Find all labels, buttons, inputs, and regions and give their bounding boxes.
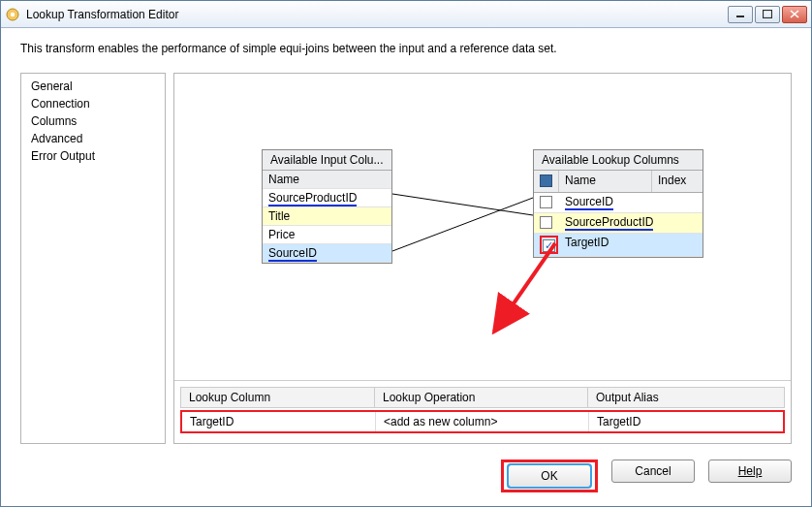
mapping-header-lookup: Lookup Column [180,387,374,408]
description-text: This transform enables the performance o… [1,28,811,73]
cancel-button[interactable]: Cancel [611,459,695,483]
svg-point-1 [11,12,15,16]
lookup-row-sourceid[interactable]: SourceID [534,193,703,213]
lookup-header-name: Name [559,171,652,192]
sidebar-item-error-output[interactable]: Error Output [21,147,165,165]
checkbox-sourceid[interactable] [540,196,552,208]
select-all-checkbox[interactable] [540,174,552,187]
lookup-header-index: Index [652,171,703,192]
sidebar: General Connection Columns Advanced Erro… [20,73,166,444]
ok-highlight: OK [501,459,598,492]
lookup-columns-box[interactable]: Available Lookup Columns Name Index Sour… [533,149,703,258]
svg-rect-2 [736,16,744,17]
app-icon [5,7,20,22]
checkbox-sourceproductid[interactable] [540,216,552,229]
sidebar-item-advanced[interactable]: Advanced [21,130,165,147]
input-columns-title: Available Input Colu... [263,150,391,171]
input-row-sourceid[interactable]: SourceID [263,244,391,263]
close-button[interactable] [782,6,807,23]
svg-line-4 [392,194,533,215]
mapping-header-alias: Output Alias [587,387,785,408]
dialog-footer: OK Cancel Help [1,452,811,506]
lookup-editor-window: Lookup Transformation Editor This transf… [0,0,812,507]
checkbox-targetid[interactable] [543,239,555,252]
sidebar-item-columns[interactable]: Columns [21,112,165,130]
window-buttons [728,6,807,23]
lookup-columns-title: Available Lookup Columns [534,150,703,171]
mapping-row-targetid[interactable]: TargetID <add as new column> TargetID [180,410,785,433]
mapping-cell-op[interactable]: <add as new column> [376,412,589,431]
sidebar-item-connection[interactable]: Connection [21,95,165,112]
mapping-canvas: Available Input Colu... Name SourceProdu… [174,74,791,322]
help-button[interactable]: Help [708,459,792,483]
mapping-cell-lookup: TargetID [182,412,376,431]
minimize-button[interactable] [728,6,753,23]
titlebar: Lookup Transformation Editor [1,1,811,28]
lookup-row-sourceproductid[interactable]: SourceProductID [534,213,703,234]
input-row-title[interactable]: Title [263,207,391,226]
checkbox-highlight [540,236,558,254]
window-title: Lookup Transformation Editor [26,8,728,21]
sidebar-item-general[interactable]: General [21,78,165,95]
lookup-row-targetid[interactable]: TargetID [534,234,703,257]
svg-line-5 [392,198,533,251]
input-columns-header: Name [263,171,391,189]
input-columns-box[interactable]: Available Input Colu... Name SourceProdu… [262,149,392,264]
main-panel: Available Input Colu... Name SourceProdu… [173,73,792,444]
input-row-price[interactable]: Price [263,226,391,244]
mapping-table: Lookup Column Lookup Operation Output Al… [174,380,791,443]
lookup-columns-header: Name Index [534,171,703,193]
ok-button[interactable]: OK [508,464,591,488]
maximize-button[interactable] [755,6,780,23]
svg-rect-3 [764,11,772,18]
mapping-header-op: Lookup Operation [374,387,587,408]
input-row-sourceproductid[interactable]: SourceProductID [263,189,391,207]
mapping-cell-alias[interactable]: TargetID [589,412,783,431]
